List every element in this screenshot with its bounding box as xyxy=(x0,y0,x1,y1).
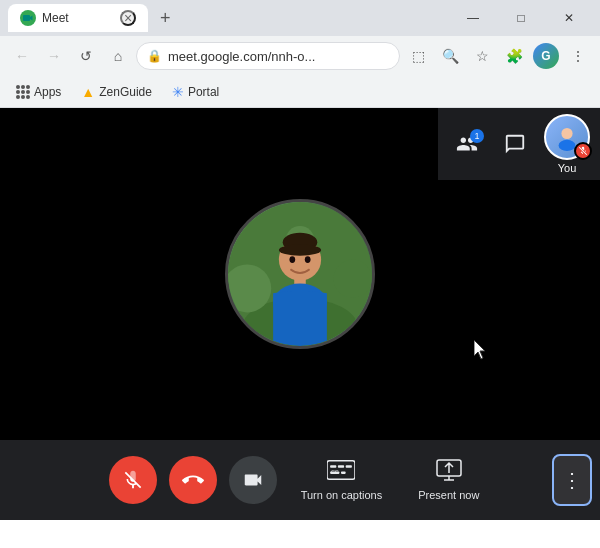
more-icon: ⋮ xyxy=(562,468,582,492)
control-bar: CC Turn on captions Present now ⋮ xyxy=(0,440,600,520)
star-icon-button[interactable]: ☆ xyxy=(468,42,496,70)
svg-rect-17 xyxy=(331,465,337,467)
new-tab-button[interactable]: + xyxy=(156,8,175,29)
microphone-off-icon xyxy=(122,469,144,491)
portal-label: Portal xyxy=(188,85,219,99)
hangup-button[interactable] xyxy=(169,456,217,504)
portal-icon: ✳ xyxy=(172,84,184,100)
microphone-off-icon xyxy=(578,146,588,156)
back-button[interactable]: ← xyxy=(8,42,36,70)
cursor xyxy=(474,340,490,360)
present-button[interactable]: Present now xyxy=(406,455,491,505)
apps-label: Apps xyxy=(34,85,61,99)
close-button[interactable]: ✕ xyxy=(546,4,592,32)
present-icon xyxy=(436,459,462,487)
svg-point-12 xyxy=(289,256,295,263)
captions-label: Turn on captions xyxy=(301,489,383,501)
meet-top-panel: 1 xyxy=(438,108,600,180)
reload-button[interactable]: ↺ xyxy=(72,42,100,70)
mute-button[interactable] xyxy=(109,456,157,504)
present-label: Present now xyxy=(418,489,479,501)
svg-point-2 xyxy=(559,140,576,151)
profile-button[interactable]: G xyxy=(532,42,560,70)
home-button[interactable]: ⌂ xyxy=(104,42,132,70)
title-bar: Meet × + — □ ✕ xyxy=(0,0,600,36)
zenguide-label: ZenGuide xyxy=(99,85,152,99)
participants-button[interactable]: 1 xyxy=(448,127,486,161)
cast-icon-button[interactable]: ⬚ xyxy=(404,42,432,70)
svg-rect-18 xyxy=(338,465,344,467)
chrome-menu-button[interactable]: ⋮ xyxy=(564,42,592,70)
nav-icons: ⬚ 🔍 ☆ 🧩 G ⋮ xyxy=(404,42,592,70)
svg-text:CC: CC xyxy=(331,469,339,475)
lock-icon: 🔒 xyxy=(147,49,162,63)
tab-bar: Meet × + xyxy=(8,4,175,32)
svg-rect-21 xyxy=(341,472,346,474)
zenguide-icon: ▲ xyxy=(81,84,95,100)
bookmark-apps[interactable]: Apps xyxy=(8,80,69,104)
maximize-button[interactable]: □ xyxy=(498,4,544,32)
you-muted-icon xyxy=(574,142,592,160)
svg-point-1 xyxy=(561,128,572,139)
bookmark-zenguide[interactable]: ▲ ZenGuide xyxy=(73,80,160,104)
captions-button[interactable]: CC Turn on captions xyxy=(289,455,395,505)
active-tab[interactable]: Meet × xyxy=(8,4,148,32)
zoom-icon-button[interactable]: 🔍 xyxy=(436,42,464,70)
svg-point-11 xyxy=(279,244,321,256)
svg-point-13 xyxy=(305,256,311,263)
participant-image xyxy=(228,202,372,346)
avatar-inner xyxy=(228,202,372,346)
chat-icon xyxy=(504,133,526,155)
minimize-button[interactable]: — xyxy=(450,4,496,32)
you-avatar-wrapper xyxy=(544,114,590,160)
url-text: meet.google.com/nnh-o... xyxy=(168,49,389,64)
forward-button[interactable]: → xyxy=(40,42,68,70)
more-options-button[interactable]: ⋮ xyxy=(552,454,592,506)
apps-grid-icon xyxy=(16,85,30,99)
nav-bar: ← → ↺ ⌂ 🔒 meet.google.com/nnh-o... ⬚ 🔍 ☆… xyxy=(0,36,600,76)
bookmark-portal[interactable]: ✳ Portal xyxy=(164,80,227,104)
captions-icon: CC xyxy=(327,459,355,487)
extensions-icon-button[interactable]: 🧩 xyxy=(500,42,528,70)
tab-label: Meet xyxy=(42,11,114,25)
window-controls: — □ ✕ xyxy=(450,4,592,32)
bookmarks-bar: Apps ▲ ZenGuide ✳ Portal xyxy=(0,76,600,108)
profile-avatar: G xyxy=(533,43,559,69)
tab-close-button[interactable]: × xyxy=(120,10,136,26)
tab-favicon xyxy=(20,10,36,26)
you-tile: You xyxy=(544,114,590,174)
chat-button[interactable] xyxy=(496,127,534,161)
camera-button[interactable] xyxy=(229,456,277,504)
hangup-icon xyxy=(182,469,204,491)
meet-video-area: 1 xyxy=(0,108,600,440)
you-label: You xyxy=(558,162,577,174)
svg-rect-19 xyxy=(346,465,352,467)
center-participant-avatar xyxy=(225,199,375,349)
camera-icon xyxy=(242,469,264,491)
svg-point-7 xyxy=(334,260,372,298)
participants-badge: 1 xyxy=(470,129,484,143)
address-bar[interactable]: 🔒 meet.google.com/nnh-o... xyxy=(136,42,400,70)
svg-rect-0 xyxy=(23,15,30,21)
